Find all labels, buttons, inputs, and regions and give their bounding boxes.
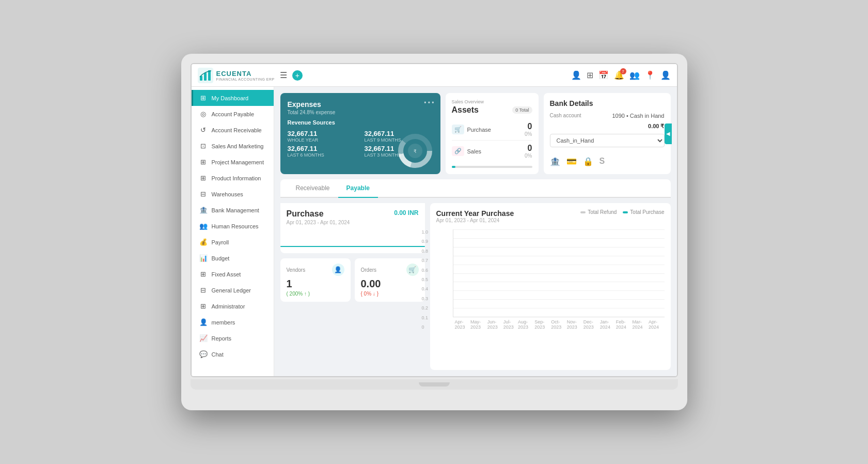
sidebar-item-label: Administrator (212, 303, 245, 310)
y-label-5: 0.5 (422, 277, 429, 282)
x-label-feb24: Feb-2024 (616, 319, 633, 330)
expense-item-1: 32,667.11 WHOLE YEAR (288, 130, 356, 143)
sidebar-item-label: Fixed Asset (212, 271, 241, 277)
sales-icon: ⊡ (199, 142, 208, 150)
main-layout: ⊞ My Dashboard ◎ Account Payable ↺ Accou… (192, 87, 677, 376)
x-label-nov23: Nov-2023 (567, 319, 583, 330)
sidebar-item-product-info[interactable]: ⊞ Product Information (192, 170, 274, 186)
vendor-orders-row: Vendors 👤 1 ( 200% ↑ ) Orders 🛒 (280, 258, 425, 302)
sidebar-item-administrator[interactable]: ⊞ Administrator (192, 298, 274, 314)
sidebar-item-label: Account Receivable (212, 127, 262, 133)
sidebar-item-members[interactable]: 👤 members (192, 314, 274, 330)
svg-rect-2 (204, 73, 207, 81)
tab-payable[interactable]: Payable (338, 179, 378, 198)
warehouse-icon: ⊟ (199, 190, 208, 198)
sidebar-item-label: Payroll (212, 239, 229, 245)
account-receivable-icon: ↺ (199, 126, 208, 134)
chart-area (453, 229, 665, 317)
x-label-may23: May-2023 (470, 319, 487, 330)
sidebar-item-label: Project Management (212, 159, 264, 165)
sidebar-item-account-payable[interactable]: ◎ Account Payable (192, 106, 274, 122)
sidebar-item-budget[interactable]: 📊 Budget (192, 250, 274, 266)
users-icon[interactable]: 👤 (571, 70, 581, 80)
notification-icon[interactable]: 🔔 7 (614, 70, 624, 80)
bank-account-value: 1090 • Cash in Hand (612, 113, 664, 119)
y-axis: 1.0 0.9 0.8 0.7 0.6 0.5 0.4 0.3 0.2 0.1 (422, 229, 429, 330)
x-label-apr24: Apr-2024 (649, 319, 664, 330)
sales-overview-label: Sales Overview (452, 99, 532, 104)
legend-purchase: Total Purchase (623, 209, 664, 215)
y-label-8: 0.8 (422, 249, 429, 254)
bank-title: Bank Details (550, 99, 665, 107)
x-axis: Apr-2023 May-2023 Jun-2023 Jul-2023 Aug-… (453, 319, 665, 330)
vendors-header: Vendors 👤 (287, 264, 344, 276)
grid-line-2 (453, 299, 665, 300)
sidebar-item-general-ledger[interactable]: ⊟ General Ledger (192, 282, 274, 298)
ledger-icon: ⊟ (199, 286, 208, 294)
grid-line-6 (453, 265, 665, 265)
x-label-apr23: Apr-2023 (455, 319, 470, 330)
sidebar-item-human-resources[interactable]: 👥 Human Resources (192, 218, 274, 234)
location-icon[interactable]: 📍 (645, 70, 655, 80)
y-label-6: 0.6 (422, 268, 429, 273)
sidebar-item-label: Product Information (212, 175, 261, 181)
people-icon[interactable]: 👥 (629, 70, 640, 80)
y-label-1: 0.1 (422, 315, 429, 320)
assets-card: Sales Overview Assets 0 Total 🛒 Purchase (446, 93, 539, 174)
hamburger-icon[interactable]: ☰ (280, 70, 287, 80)
bank-building-icon[interactable]: 🏦 (550, 157, 560, 166)
orders-label: Orders (361, 267, 377, 273)
sidebar-item-dashboard[interactable]: ⊞ My Dashboard (192, 90, 274, 106)
orders-header: Orders 🛒 (361, 264, 419, 276)
x-label-oct23: Oct-2023 (551, 319, 566, 330)
sidebar-item-payroll[interactable]: 💰 Payroll (192, 234, 274, 250)
tab-receiveable[interactable]: Receiveable (288, 179, 338, 198)
grid-line-1 (453, 308, 665, 308)
topbar-icons: 👤 ⊞ 📅 🔔 7 👥 📍 👤 (571, 70, 671, 80)
grid-line-7 (453, 256, 665, 256)
sidebar-item-project-management[interactable]: ⊞ Project Management (192, 154, 274, 170)
add-button[interactable]: + (292, 70, 303, 81)
sales-label: Sales (467, 148, 482, 154)
chart-legend: Total Refund Total Purchase (580, 209, 664, 215)
sidebar-item-fixed-asset[interactable]: ⊞ Fixed Asset (192, 266, 274, 282)
user-avatar[interactable]: 👤 (660, 70, 671, 80)
sidebar-item-sales-marketing[interactable]: ⊡ Sales And Marketing (192, 138, 274, 154)
sidebar-item-account-receivable[interactable]: ↺ Account Receivable (192, 122, 274, 138)
bank-account-label: Cash account (550, 113, 581, 118)
expenses-menu[interactable]: • • • (424, 99, 434, 106)
y-label-4: 0.4 (422, 286, 429, 291)
sidebar-item-label: Chat (212, 351, 224, 358)
purchase-line (280, 246, 425, 247)
sidebar-item-warehouses[interactable]: ⊟ Warehouses (192, 186, 274, 202)
pie-chart: ₹ (397, 133, 433, 169)
hr-icon: 👥 (199, 222, 208, 230)
chart-date: Apr 01, 2023 - Apr 01, 2024 (436, 218, 514, 223)
x-label-jul23: Jul-2023 (503, 319, 518, 330)
expense-label-1: WHOLE YEAR (288, 137, 356, 143)
bank-lock-icon[interactable]: 🔒 (583, 157, 593, 166)
sidebar-item-label: Sales And Marketing (212, 143, 264, 149)
bank-s-icon[interactable]: S (599, 157, 605, 166)
calendar-icon[interactable]: 📅 (598, 70, 609, 80)
sales-value: 0 (525, 144, 532, 153)
logo: ECUENTA FINANCIAL ACCOUNTING ERP (198, 68, 275, 83)
grid-icon[interactable]: ⊞ (587, 70, 593, 80)
bank-card-icon[interactable]: 💳 (566, 157, 577, 166)
sidebar-item-reports[interactable]: 📈 Reports (192, 330, 274, 346)
y-label-2: 0.2 (422, 305, 429, 311)
expand-button[interactable]: ◀ (665, 123, 672, 144)
expense-item-3: 32,667.11 LAST 6 MONTHS (288, 145, 356, 158)
topbar-left: ECUENTA FINANCIAL ACCOUNTING ERP ☰ + (198, 68, 303, 83)
sidebar-item-label: Warehouses (212, 191, 243, 197)
x-label-sep23: Sep-2023 (534, 319, 551, 330)
purchase-value: 0 (525, 122, 532, 131)
sidebar-item-bank-management[interactable]: 🏦 Bank Management (192, 202, 274, 218)
svg-text:₹: ₹ (414, 149, 417, 154)
sidebar-item-chat[interactable]: 💬 Chat (192, 346, 274, 362)
chart-wrapper: 1.0 0.9 0.8 0.7 0.6 0.5 0.4 0.3 0.2 0.1 (436, 229, 665, 330)
legend-refund: Total Refund (580, 209, 617, 215)
bank-select[interactable]: Cash_in_Hand (550, 134, 665, 147)
sidebar-item-label: members (212, 319, 235, 326)
bank-amount: 0.00 ₹ (550, 123, 665, 130)
